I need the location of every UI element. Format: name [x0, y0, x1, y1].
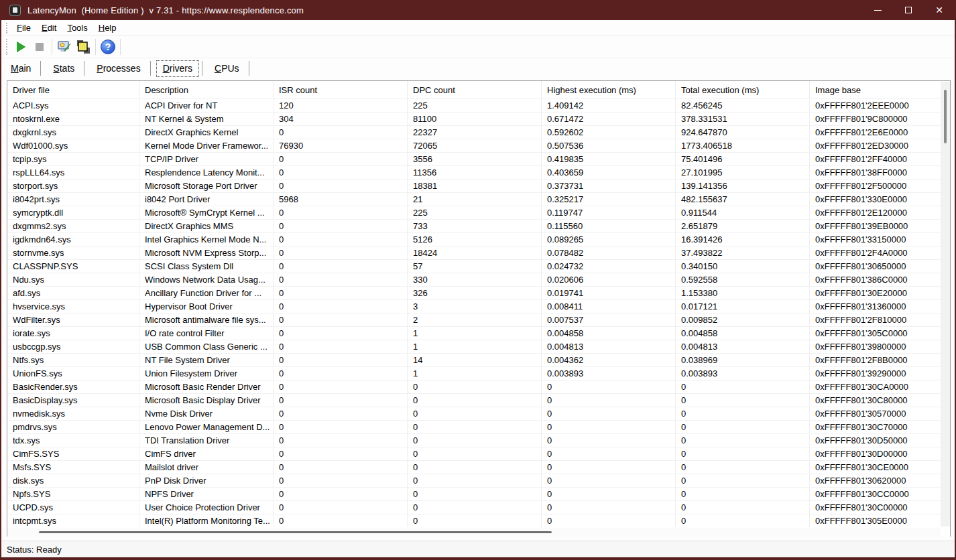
table-row[interactable]: rspLLL64.sysResplendence Latency Monit..…	[7, 165, 950, 179]
table-row[interactable]: CimFS.SYSCimFS driver00000xFFFFF801'30D0…	[7, 447, 950, 460]
table-row[interactable]: BasicRender.sysMicrosoft Basic Render Dr…	[7, 380, 950, 393]
table-cell: 0	[676, 501, 810, 514]
app-icon	[9, 5, 21, 16]
table-row[interactable]: igdkmdn64.sysIntel Graphics Kernel Mode …	[7, 232, 950, 246]
table-row[interactable]: ACPI.sysACPI Driver for NT1202251.409142…	[7, 98, 950, 112]
table-row[interactable]: Ndu.sysWindows Network Data Usag...03300…	[7, 273, 950, 286]
table-row[interactable]: afd.sysAncillary Function Driver for ...…	[7, 286, 950, 299]
column-header-dpc-count[interactable]: DPC count	[408, 81, 542, 98]
table-cell: 0.038969	[676, 354, 810, 366]
table-cell: 0xFFFFF801'305C0000	[810, 327, 950, 340]
menu-help[interactable]: Help	[93, 21, 122, 35]
table-cell: 0.403659	[542, 166, 676, 179]
vertical-scrollbar[interactable]	[941, 82, 950, 527]
stop-monitor-button[interactable]	[30, 38, 49, 56]
table-row[interactable]: tdx.sysTDI Translation Driver00000xFFFFF…	[7, 433, 950, 447]
table-cell: 0xFFFFF801'2E6E0000	[810, 126, 950, 139]
table-cell: Ancillary Function Driver for ...	[139, 287, 274, 299]
tab-stats[interactable]: Stats	[46, 60, 81, 77]
menu-file[interactable]: File	[11, 21, 36, 35]
table-cell: 0xFFFFF801'2F810000	[810, 313, 950, 326]
table-cell: 120	[274, 99, 408, 112]
table-cell: 1	[408, 327, 542, 340]
column-header-highest-execution[interactable]: Highest execution (ms)	[542, 81, 676, 98]
table-cell: 0.003893	[542, 367, 676, 380]
table-cell: 0.004858	[542, 327, 676, 340]
table-cell: 0	[676, 514, 810, 527]
table-cell: 0.004813	[542, 340, 676, 353]
table-cell: 57	[408, 260, 542, 273]
table-cell: Lenovo Power Management D...	[139, 421, 274, 433]
table-cell: 0	[676, 474, 810, 487]
toolbar-grip[interactable]	[6, 39, 7, 55]
table-cell: 0	[676, 394, 810, 407]
table-row[interactable]: tcpip.sysTCP/IP Driver035560.41983575.40…	[7, 152, 950, 165]
table-cell: 0.671472	[542, 113, 676, 125]
table-row[interactable]: Npfs.SYSNPFS Driver00000xFFFFF801'30CC00…	[7, 487, 950, 500]
table-row[interactable]: UCPD.sysUser Choice Protection Driver000…	[7, 500, 950, 514]
horizontal-scrollbar[interactable]	[7, 528, 941, 537]
table-cell: 0xFFFFF801'30CA0000	[810, 380, 950, 393]
tab-cpus[interactable]: CPUs	[208, 60, 246, 77]
table-cell: 0	[542, 380, 676, 393]
table-cell: 0.419835	[542, 153, 676, 165]
close-button[interactable]: ✕	[924, 0, 955, 20]
table-cell: Windows Network Data Usag...	[139, 273, 274, 286]
table-cell: usbccgp.sys	[7, 340, 139, 353]
table-row[interactable]: usbccgp.sysUSB Common Class Generic ...0…	[7, 340, 950, 353]
table-row[interactable]: nvmedisk.sysNvme Disk Driver00000xFFFFF8…	[7, 407, 950, 420]
table-row[interactable]: dxgkrnl.sysDirectX Graphics Kernel022327…	[7, 125, 950, 139]
table-cell: 0	[542, 421, 676, 433]
table-row[interactable]: stornvme.sysMicrosoft NVM Express Storp.…	[7, 246, 950, 259]
table-row[interactable]: symcryptk.dllMicrosoft® SymCrypt Kernel …	[7, 206, 950, 219]
table-cell: 0.009852	[676, 313, 810, 326]
table-cell: 0	[274, 327, 408, 340]
table-row[interactable]: iorate.sysI/O rate control Filter010.004…	[7, 326, 950, 340]
table-row[interactable]: intcpmt.sysIntel(R) Platform Monitoring …	[7, 514, 950, 527]
tab-processes[interactable]: Processes	[90, 60, 147, 77]
start-monitor-button[interactable]	[11, 38, 30, 56]
vertical-scrollbar-thumb[interactable]	[944, 90, 947, 143]
table-row[interactable]: storport.sysMicrosoft Storage Port Drive…	[7, 179, 950, 192]
table-row[interactable]: BasicDisplay.sysMicrosoft Basic Display …	[7, 393, 950, 407]
help-button[interactable]: ?	[99, 38, 117, 56]
options-button[interactable]	[55, 38, 74, 56]
minimize-button[interactable]	[862, 0, 893, 20]
table-row[interactable]: UnionFS.sysUnion Filesystem Driver010.00…	[7, 366, 950, 380]
table-cell: ACPI Driver for NT	[139, 99, 274, 112]
table-cell: 0	[408, 461, 542, 474]
tab-main[interactable]: Main	[4, 60, 38, 77]
table-cell: SCSI Class System Dll	[139, 260, 274, 273]
table-row[interactable]: Msfs.SYSMailslot driver00000xFFFFF801'30…	[7, 460, 950, 474]
table-row[interactable]: pmdrvs.sysLenovo Power Management D...00…	[7, 420, 950, 433]
maximize-button[interactable]	[893, 0, 924, 20]
drivers-panel: Driver file Description ISR count DPC co…	[1, 78, 955, 537]
table-row[interactable]: i8042prt.sysi8042 Port Driver5968210.325…	[7, 192, 950, 206]
driver-table-body: ACPI.sysACPI Driver for NT1202251.409142…	[7, 98, 950, 527]
tab-drivers[interactable]: Drivers	[156, 60, 199, 77]
table-cell: 0	[274, 126, 408, 139]
table-row[interactable]: dxgmms2.sysDirectX Graphics MMS07330.115…	[7, 219, 950, 232]
table-row[interactable]: Ntfs.sysNT File System Driver0140.004362…	[7, 353, 950, 366]
table-row[interactable]: WdFilter.sysMicrosoft antimalware file s…	[7, 313, 950, 326]
table-row[interactable]: disk.sysPnP Disk Driver00000xFFFFF801'30…	[7, 474, 950, 487]
column-header-image-base[interactable]: Image base	[810, 81, 950, 98]
column-header-driver-file[interactable]: Driver file	[7, 81, 139, 98]
horizontal-scrollbar-thumb[interactable]	[39, 531, 552, 533]
menu-tools[interactable]: Tools	[62, 21, 93, 35]
table-cell: 3556	[408, 153, 542, 165]
table-cell: 0.003893	[676, 367, 810, 380]
column-header-description[interactable]: Description	[139, 81, 274, 98]
table-cell: 21	[408, 193, 542, 206]
menubar-grip[interactable]	[6, 23, 7, 33]
table-row[interactable]: hvservice.sysHypervisor Boot Driver030.0…	[7, 299, 950, 313]
table-row[interactable]: CLASSPNP.SYSSCSI Class System Dll0570.02…	[7, 259, 950, 273]
table-row[interactable]: Wdf01000.sysKernel Mode Driver Framewor.…	[7, 139, 950, 152]
table-cell: Mailslot driver	[139, 461, 274, 474]
table-cell: UnionFS.sys	[7, 367, 139, 380]
table-row[interactable]: ntoskrnl.exeNT Kernel & System304811000.…	[7, 112, 950, 125]
menu-edit[interactable]: Edit	[36, 21, 62, 35]
report-button[interactable]	[74, 38, 93, 56]
column-header-total-execution[interactable]: Total execution (ms)	[676, 81, 810, 98]
column-header-isr-count[interactable]: ISR count	[274, 81, 408, 98]
